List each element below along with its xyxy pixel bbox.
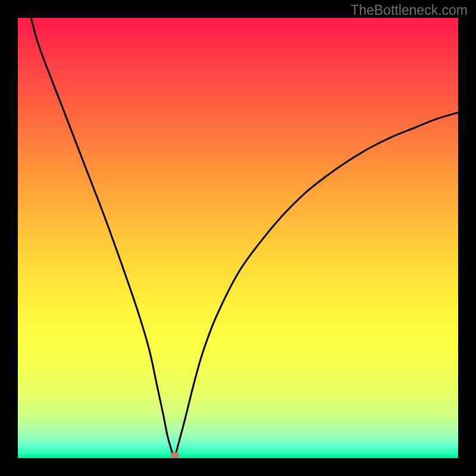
- curve-path: [31, 18, 458, 458]
- plot-area: [18, 18, 458, 458]
- marker-dot: [171, 452, 179, 458]
- curve-svg: [18, 18, 458, 458]
- watermark-text: TheBottleneck.com: [350, 2, 468, 18]
- chart-frame: TheBottleneck.com: [0, 0, 476, 476]
